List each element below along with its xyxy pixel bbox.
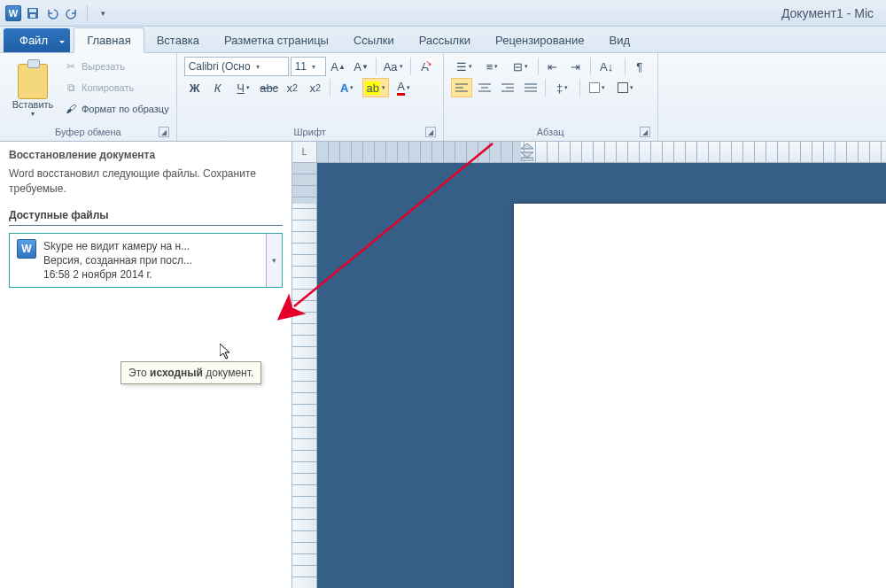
group-clipboard: Вставить ▾ ✂ Вырезать ⧉ Копировать 🖌 Фор…	[0, 53, 177, 141]
word-app-icon[interactable]: W	[5, 5, 21, 21]
word-doc-icon: W	[17, 239, 36, 259]
shading-button[interactable]: ▾	[584, 78, 610, 97]
superscript-button[interactable]: x2	[305, 78, 326, 97]
justify-button[interactable]	[520, 78, 541, 97]
qat-customize-icon[interactable]: ▾	[95, 5, 111, 21]
clear-formatting-button[interactable]: A↘	[415, 57, 436, 76]
group-font: Calibri (Осно▾ 11▾ A▲ A▼ Aa▾ A↘ Ж К Ч▾ a…	[177, 53, 444, 141]
tab-review[interactable]: Рецензирование	[483, 28, 596, 52]
format-painter-label: Формат по образцу	[82, 104, 169, 114]
format-painter-button[interactable]: 🖌 Формат по образцу	[64, 99, 169, 119]
cut-button[interactable]: ✂ Вырезать	[64, 57, 169, 76]
font-name-combo[interactable]: Calibri (Осно▾	[184, 57, 289, 76]
group-paragraph-label: Абзац ◢	[451, 125, 650, 139]
save-icon[interactable]	[25, 5, 41, 21]
copy-icon: ⧉	[64, 81, 78, 95]
tab-mailings[interactable]: Рассылки	[407, 28, 483, 52]
undo-icon[interactable]	[44, 5, 60, 21]
document-page[interactable]	[514, 204, 886, 588]
ribbon-tabs: Файл Главная Вставка Разметка страницы С…	[0, 27, 886, 53]
line-spacing-button[interactable]: ‡▾	[549, 78, 576, 97]
underline-button[interactable]: Ч▾	[230, 78, 257, 97]
font-size-combo[interactable]: 11▾	[291, 57, 326, 76]
recovery-item-text: Skype не видит камеру на н... Версия, со…	[43, 239, 192, 282]
paragraph-dialog-launcher[interactable]: ◢	[640, 127, 650, 137]
italic-button[interactable]: К	[207, 78, 229, 97]
qat-separator	[87, 5, 88, 21]
brush-icon: 🖌	[64, 102, 78, 116]
numbering-button[interactable]: ≡▾	[479, 57, 506, 76]
svg-rect-2	[30, 14, 35, 18]
bullets-button[interactable]: ☰▾	[451, 57, 478, 76]
paste-button[interactable]: Вставить ▾	[7, 57, 58, 125]
change-case-button[interactable]: Aa▾	[380, 57, 407, 76]
redo-icon[interactable]	[64, 5, 80, 21]
recovery-tooltip: Это исходный документ.	[120, 361, 261, 384]
ruler-corner[interactable]: L	[292, 142, 317, 163]
copy-button[interactable]: ⧉ Копировать	[64, 78, 169, 97]
group-clipboard-label: Буфер обмена ◢	[7, 125, 169, 139]
title-bar: W ▾ Документ1 - Mic	[0, 0, 886, 27]
subscript-button[interactable]: x2	[282, 78, 303, 97]
recovery-title: Восстановление документа	[9, 149, 283, 161]
align-center-button[interactable]	[474, 78, 495, 97]
horizontal-ruler[interactable]	[317, 142, 886, 163]
clipboard-dialog-launcher[interactable]: ◢	[159, 127, 169, 137]
tab-home[interactable]: Главная	[74, 27, 144, 53]
ribbon: Вставить ▾ ✂ Вырезать ⧉ Копировать 🖌 Фор…	[0, 53, 886, 142]
tab-file[interactable]: Файл	[4, 28, 70, 52]
highlight-button[interactable]: ab▾	[362, 78, 389, 97]
tab-view[interactable]: Вид	[596, 28, 642, 52]
font-color-button[interactable]: A▾	[391, 78, 417, 97]
quick-access-toolbar: W ▾	[5, 5, 111, 21]
tab-insert[interactable]: Вставка	[144, 28, 212, 52]
show-marks-button[interactable]: ¶	[629, 57, 650, 76]
vertical-ruler[interactable]	[292, 163, 317, 588]
group-font-label: Шрифт ◢	[184, 125, 436, 139]
tab-page-layout[interactable]: Разметка страницы	[212, 28, 341, 52]
recovery-item-dropdown[interactable]: ▾	[266, 234, 282, 288]
align-left-button[interactable]	[451, 78, 472, 97]
copy-label: Копировать	[82, 82, 134, 93]
grow-font-button[interactable]: A▲	[328, 57, 349, 76]
recovery-description: Word восстановил следующие файлы. Сохран…	[9, 166, 283, 197]
shrink-font-button[interactable]: A▼	[351, 57, 372, 76]
clipboard-icon	[18, 64, 48, 99]
borders-button[interactable]: ▾	[612, 78, 639, 97]
svg-rect-1	[29, 9, 36, 12]
group-paragraph: ☰▾ ≡▾ ⊟▾ ⇤ ⇥ A↓ ¶ ‡▾ ▾ ▾	[444, 53, 658, 141]
available-files-heading: Доступные файлы	[9, 209, 283, 226]
strikethrough-button[interactable]: abc	[259, 78, 280, 97]
svg-rect-17	[521, 158, 533, 161]
font-dialog-launcher[interactable]: ◢	[425, 127, 436, 137]
paste-label: Вставить	[12, 99, 54, 110]
indent-marker-icon[interactable]	[521, 143, 533, 161]
cut-label: Вырезать	[82, 61, 125, 72]
scissors-icon: ✂	[64, 59, 78, 74]
bold-button[interactable]: Ж	[184, 78, 206, 97]
increase-indent-button[interactable]: ⇥	[565, 57, 587, 76]
svg-marker-15	[521, 143, 533, 149]
recovery-item[interactable]: W Skype не видит камеру на н... Версия, …	[9, 233, 283, 289]
align-right-button[interactable]	[497, 78, 518, 97]
text-effects-button[interactable]: A▾	[334, 78, 361, 97]
window-title: Документ1 - Mic	[111, 6, 881, 20]
tab-references[interactable]: Ссылки	[341, 28, 407, 52]
multilevel-button[interactable]: ⊟▾	[508, 57, 534, 76]
sort-button[interactable]: A↓	[595, 57, 621, 76]
svg-marker-16	[521, 152, 533, 158]
document-area: L	[292, 142, 886, 588]
decrease-indent-button[interactable]: ⇤	[542, 57, 563, 76]
